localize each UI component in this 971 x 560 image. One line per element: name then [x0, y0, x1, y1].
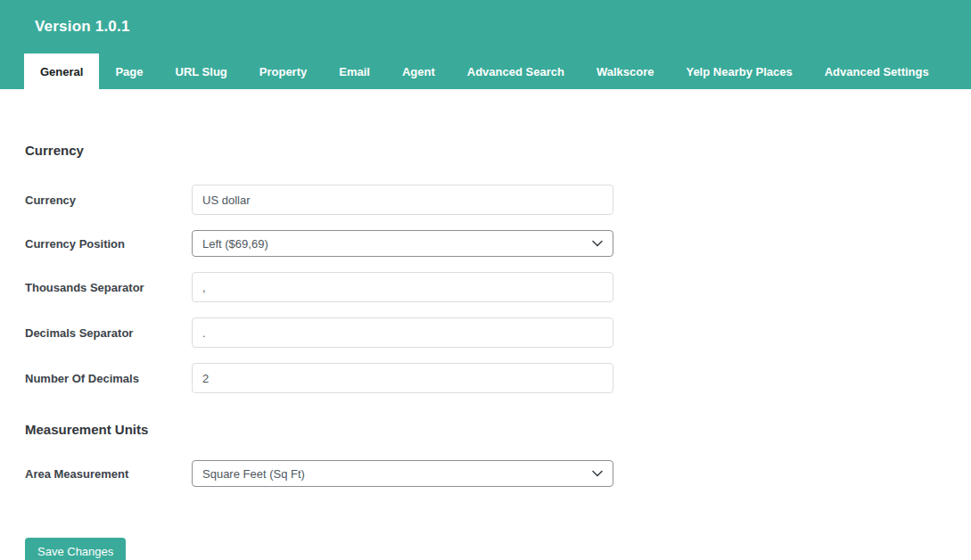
tab-label: Walkscore: [597, 65, 654, 78]
tab-label: Advanced Search: [467, 65, 564, 78]
tab-advanced-settings[interactable]: Advanced Settings: [809, 54, 945, 89]
form-row-area-measurement: Area Measurement Square Feet (Sq Ft): [25, 460, 971, 487]
form-row-thousands-separator: Thousands Separator: [25, 272, 971, 302]
tab-general[interactable]: General: [24, 54, 99, 89]
currency-position-select[interactable]: Left ($69,69): [192, 230, 613, 257]
currency-label: Currency: [25, 194, 192, 207]
tab-page[interactable]: Page: [99, 54, 159, 89]
area-measurement-label: Area Measurement: [25, 467, 192, 481]
tab-url-slug[interactable]: URL Slug: [160, 54, 243, 89]
version-title: Version 1.0.1: [35, 18, 130, 36]
area-measurement-field-wrap: Square Feet (Sq Ft): [192, 460, 613, 487]
thousands-separator-label: Thousands Separator: [25, 281, 192, 294]
header-title-bar: Version 1.0.1: [0, 0, 971, 54]
header: Version 1.0.1 General Page URL Slug Prop…: [0, 0, 971, 89]
thousands-separator-input[interactable]: [192, 272, 613, 302]
tab-label: Advanced Settings: [825, 65, 929, 78]
settings-panel: Currency Currency Currency Position Left…: [0, 89, 971, 560]
decimals-separator-input[interactable]: [192, 317, 613, 348]
decimals-separator-field-wrap: [192, 317, 613, 348]
number-of-decimals-label: Number Of Decimals: [25, 372, 192, 385]
form-row-decimals-separator: Decimals Separator: [25, 317, 971, 348]
thousands-separator-field-wrap: [192, 272, 613, 302]
section-heading-measurement-units: Measurement Units: [25, 422, 971, 437]
save-changes-button[interactable]: Save Changes: [25, 538, 126, 560]
form-row-number-of-decimals: Number Of Decimals: [25, 363, 971, 393]
tab-label: Email: [339, 65, 370, 78]
tab-label: Agent: [402, 65, 435, 78]
tab-bar: General Page URL Slug Property Email Age…: [0, 54, 971, 89]
tab-yelp-nearby-places[interactable]: Yelp Nearby Places: [670, 54, 808, 89]
form-row-currency: Currency: [25, 185, 971, 215]
form-row-currency-position: Currency Position Left ($69,69): [25, 230, 971, 257]
number-of-decimals-field-wrap: [192, 363, 613, 393]
tab-property[interactable]: Property: [243, 54, 323, 89]
tab-label: Yelp Nearby Places: [686, 65, 792, 78]
section-heading-currency: Currency: [25, 143, 971, 158]
number-of-decimals-input[interactable]: [192, 363, 613, 393]
tab-walkscore[interactable]: Walkscore: [580, 54, 671, 89]
decimals-separator-label: Decimals Separator: [25, 326, 192, 340]
tab-email[interactable]: Email: [323, 54, 386, 89]
currency-position-label: Currency Position: [25, 237, 192, 251]
currency-position-field-wrap: Left ($69,69): [192, 230, 613, 257]
tab-label: General: [40, 65, 83, 78]
area-measurement-select[interactable]: Square Feet (Sq Ft): [192, 460, 613, 487]
tab-label: Property: [259, 65, 307, 78]
tab-label: Page: [115, 65, 143, 78]
tab-agent[interactable]: Agent: [386, 54, 451, 89]
tab-label: URL Slug: [176, 65, 227, 78]
currency-field-wrap: [192, 185, 613, 215]
currency-input[interactable]: [192, 185, 613, 215]
tab-advanced-search[interactable]: Advanced Search: [451, 54, 580, 89]
